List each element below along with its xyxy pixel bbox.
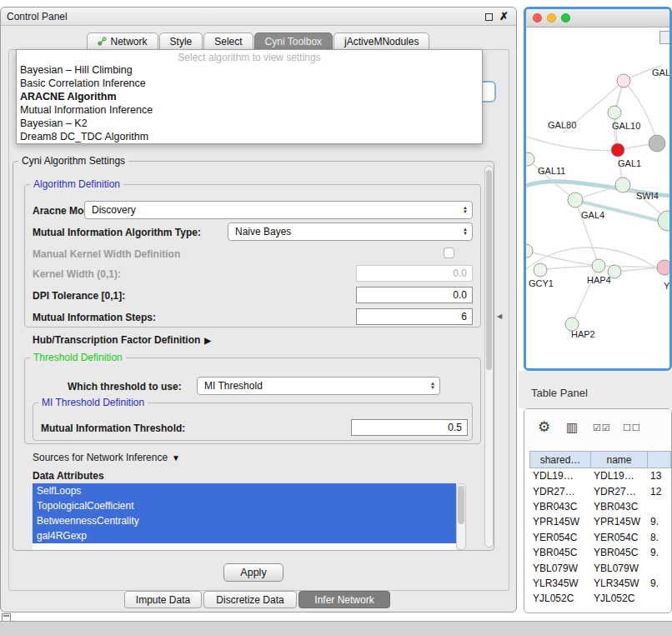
zoom-traffic-light[interactable] (561, 13, 570, 22)
algorithm-option[interactable]: Mutual Information Inference (17, 103, 482, 117)
table-row[interactable]: YDR27…YDR27…12 (529, 483, 671, 498)
control-panel-titlebar: Control Panel ✗ (1, 8, 516, 26)
close-traffic-light[interactable] (533, 13, 542, 22)
which-threshold-select[interactable]: MI Threshold ▲▼ (197, 377, 440, 395)
data-attributes-list[interactable]: SelfLoopsTopologicalCoefficientBetweenne… (33, 483, 456, 550)
network-view-window: GAL8GAL80GAL10GAL11GAL1SWI4GAL4GCY1HAP4H… (524, 7, 672, 371)
tab-select[interactable]: Select (203, 32, 253, 50)
hub-transcription-factor-section[interactable]: Hub/Transcription Factor Definition▶ (33, 334, 211, 346)
column-header-name[interactable]: name (590, 451, 647, 468)
tab-label: Cyni Toolbox (265, 36, 322, 48)
network-node[interactable] (611, 143, 624, 157)
table-cell: YBR045C (529, 547, 590, 558)
minimize-traffic-light[interactable] (547, 13, 556, 22)
tab-style[interactable]: Style (159, 32, 203, 50)
table-panel-window: ⚙ ▥ ☑☑ ☐☐ shared… name YDL19…YDL19…13YDR… (524, 408, 672, 613)
network-node[interactable] (526, 244, 533, 258)
algorithm-popup-list: Bayesian – Hill ClimbingBasic Correlatio… (17, 63, 482, 143)
canvas-corner-widget (659, 31, 671, 44)
table-cell: YDR27… (590, 486, 647, 498)
network-node[interactable] (657, 260, 669, 275)
close-icon[interactable]: ✗ (499, 10, 509, 22)
which-threshold-value: MI Threshold (204, 380, 263, 392)
network-edge (526, 251, 599, 266)
table-row[interactable]: YLR345WYLR345W9. (529, 576, 671, 591)
network-node[interactable] (649, 135, 665, 152)
column-header-shared-name[interactable]: shared… (529, 451, 590, 468)
tab-network[interactable]: Network (87, 32, 158, 50)
table-cell: YER054C (529, 532, 590, 543)
algorithm-option[interactable]: Basic Correlation Inference (17, 77, 482, 90)
table-cell: YER054C (590, 532, 647, 543)
table-row[interactable]: YBR043CYBR043C (529, 499, 671, 514)
attribute-list-item[interactable]: TopologicalCoefficient (33, 498, 456, 513)
algorithm-option[interactable]: Bayesian – Hill Climbing (17, 63, 482, 77)
settings-scrollbar[interactable] (484, 166, 494, 548)
expand-right-icon: ▶ (204, 336, 211, 345)
control-panel-window: Control Panel ✗ Network Style Select Cyn… (0, 7, 517, 612)
table-cell: YBR045C (590, 547, 647, 558)
attribute-list-item[interactable]: BetweennessCentrality (33, 513, 456, 528)
collapse-down-icon: ▼ (172, 453, 180, 462)
mi-threshold-label: Mutual Information Threshold: (41, 422, 185, 434)
sources-for-network-inference-section[interactable]: Sources for Network Inference▼ (33, 452, 180, 463)
network-window-titlebar[interactable] (526, 9, 669, 28)
table-row[interactable]: YBL079WYBL079W (529, 560, 671, 575)
table-body: YDL19…YDL19…13YDR27…YDR27…12YBR043CYBR04… (529, 468, 671, 612)
tab-impute-data[interactable]: Impute Data (124, 591, 202, 608)
network-node-label: GAL10 (612, 121, 640, 131)
table-row[interactable]: YER054CYER054C8. (529, 530, 671, 545)
splitter-collapse-icon[interactable]: ◀ (497, 312, 502, 320)
mi-steps-input[interactable] (356, 308, 473, 325)
table-row[interactable]: YDL19…YDL19…13 (529, 468, 671, 483)
table-row[interactable]: YPR145WYPR145W9. (529, 514, 671, 529)
table-cell: YDR27… (529, 486, 590, 498)
float-window-icon[interactable] (485, 13, 493, 21)
kernel-width-label: Kernel Width (0,1): (33, 268, 121, 280)
gear-icon[interactable]: ⚙ (538, 418, 550, 436)
table-cell: YPR145W (590, 516, 647, 528)
network-node[interactable] (568, 192, 583, 208)
dpi-tolerance-input[interactable] (356, 287, 473, 303)
table-row[interactable]: YJL052CYJL052C (529, 591, 671, 606)
table-cell: YBR043C (590, 501, 647, 512)
group-title-algorithm-definition: Algorithm Definition (30, 178, 123, 190)
group-title-cyni-settings: Cyni Algorithm Settings (18, 155, 128, 167)
mi-threshold-input[interactable] (351, 419, 468, 436)
attribute-list-item[interactable]: SelfLoops (33, 483, 456, 498)
columns-icon[interactable]: ▥ (566, 420, 578, 435)
network-canvas[interactable]: GAL8GAL80GAL10GAL11GAL1SWI4GAL4GCY1HAP4H… (526, 28, 669, 368)
network-node[interactable] (617, 74, 630, 88)
tab-discretize-data[interactable]: Discretize Data (203, 591, 297, 608)
hub-section-label: Hub/Transcription Factor Definition (33, 334, 200, 346)
network-node[interactable] (608, 106, 621, 119)
tab-label: Style (170, 36, 193, 48)
tab-infer-network[interactable]: Infer Network (298, 591, 390, 608)
tab-jactivemnodules[interactable]: jActiveMNodules (333, 32, 429, 50)
attribute-list-item[interactable]: gal4RGexp (33, 528, 456, 543)
data-attributes-label: Data Attributes (33, 470, 104, 482)
attribute-list-scrollbar[interactable] (456, 483, 466, 550)
dpi-tolerance-label: DPI Tolerance [0,1]: (33, 290, 125, 302)
aracne-mode-select[interactable]: Discovery ▲▼ (84, 201, 473, 219)
column-header-clipped[interactable] (647, 451, 671, 468)
table-cell: 9. (647, 547, 671, 558)
table-row[interactable]: YBR045CYBR045C9. (529, 545, 671, 560)
algorithm-option[interactable]: ARACNE Algorithm (17, 90, 482, 103)
manual-kernel-width-checkbox[interactable] (444, 248, 454, 258)
table-cell: YDL19… (590, 470, 647, 482)
network-node[interactable] (615, 178, 630, 192)
control-panel-tab-bar: Network Style Select Cyni Toolbox jActiv… (1, 32, 516, 50)
network-node[interactable] (534, 263, 547, 277)
tab-cyni-toolbox[interactable]: Cyni Toolbox (254, 32, 333, 50)
mi-algorithm-type-select[interactable]: Naive Bayes ▲▼ (228, 222, 473, 241)
select-all-checkboxes-icon[interactable]: ☑☑ (593, 422, 611, 433)
apply-button[interactable]: Apply (223, 563, 283, 582)
network-node-label: SWI4 (636, 191, 659, 201)
deselect-all-checkboxes-icon[interactable]: ☐☐ (623, 422, 641, 433)
aracne-mode-value: Discovery (92, 204, 136, 216)
algorithm-option[interactable]: Bayesian – K2 (17, 117, 482, 130)
algorithm-option[interactable]: Dream8 DC_TDC Algorithm (17, 130, 482, 143)
network-node[interactable] (592, 259, 605, 272)
network-node[interactable] (658, 211, 669, 231)
